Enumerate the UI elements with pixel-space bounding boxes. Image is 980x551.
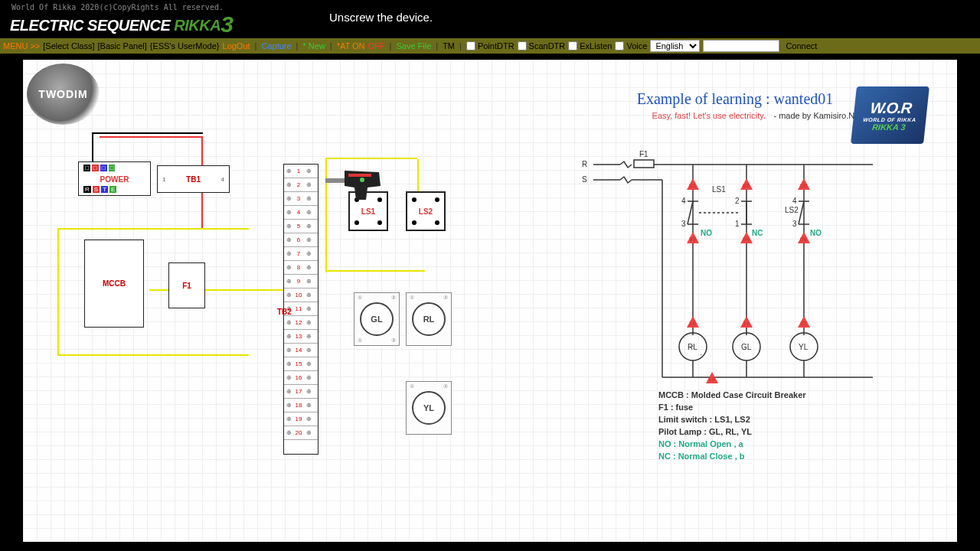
svg-text:11: 11 bbox=[743, 320, 750, 327]
app-title: ELECTRIC SEQUENCE RIKKA3 bbox=[10, 11, 233, 37]
svg-text:05: 05 bbox=[800, 182, 807, 189]
copyright-text: World Of Rikka 2020(c)CopyRights All res… bbox=[11, 3, 224, 11]
svg-line-16 bbox=[688, 201, 693, 224]
menu-prefix: MENU >> bbox=[3, 41, 40, 51]
connect-input[interactable] bbox=[703, 40, 779, 52]
svg-text:2: 2 bbox=[735, 197, 740, 205]
menu-bar: MENU >> [Select Class] [Basic Panel] {ES… bbox=[0, 38, 980, 54]
connect-button[interactable]: Connect bbox=[782, 41, 820, 51]
svg-text:10: 10 bbox=[689, 320, 696, 327]
canvas-area: TWODIM □ □ □ □ POWER R S T E bbox=[0, 54, 980, 551]
svg-text:4: 4 bbox=[681, 197, 686, 205]
schematic-subtitle: Easy, fast! Let's use electricity. bbox=[652, 111, 766, 120]
svg-text:R: R bbox=[582, 160, 587, 168]
svg-text:3: 3 bbox=[792, 220, 797, 228]
svg-text:03: 03 bbox=[689, 236, 696, 243]
svg-text:F1: F1 bbox=[639, 150, 648, 158]
svg-text:LS2: LS2 bbox=[785, 206, 799, 214]
menu-basic-panel[interactable]: [Basic Panel] bbox=[98, 41, 147, 51]
wor-logo: W.O.R WORLD OF RIKKA RIKKA 3 bbox=[851, 86, 929, 144]
svg-text:YL: YL bbox=[799, 343, 808, 351]
menu-off[interactable]: OFF bbox=[368, 41, 385, 51]
drawing-canvas[interactable]: TWODIM □ □ □ □ POWER R S T E bbox=[23, 60, 957, 542]
svg-rect-64 bbox=[325, 178, 345, 183]
svg-text:3: 3 bbox=[681, 220, 686, 228]
svg-text:NO: NO bbox=[701, 229, 712, 237]
comp-mccb[interactable]: MCCB bbox=[84, 240, 144, 328]
svg-point-67 bbox=[360, 178, 364, 182]
lang-select[interactable]: English bbox=[650, 40, 700, 52]
lamp-yl[interactable]: YL bbox=[412, 391, 446, 425]
hint-text: Unscrew the device. bbox=[329, 11, 433, 24]
svg-line-56 bbox=[684, 337, 702, 356]
lamp-gl[interactable]: GL bbox=[360, 302, 394, 336]
chk-voice[interactable]: Voice bbox=[615, 41, 647, 51]
menu-tm[interactable]: TM bbox=[443, 41, 455, 51]
svg-text:S: S bbox=[582, 175, 587, 184]
legend: MCCB : Molded Case Circuit Breaker F1 : … bbox=[658, 389, 806, 462]
chk-exlisten[interactable]: ExListen bbox=[568, 41, 612, 51]
menu-at-on[interactable]: *AT ON bbox=[337, 41, 365, 51]
svg-text:02: 02 bbox=[743, 182, 750, 189]
svg-text:LS1: LS1 bbox=[712, 185, 726, 194]
menu-select-class[interactable]: [Select Class] bbox=[43, 41, 94, 51]
comp-ls1[interactable]: LS1 bbox=[348, 191, 388, 231]
schematic-author: - made by Kamisiro.Nau bbox=[773, 111, 864, 120]
menu-save[interactable]: Save File bbox=[396, 41, 431, 51]
svg-text:01: 01 bbox=[689, 182, 696, 189]
twodim-badge: TWODIM bbox=[27, 64, 100, 125]
svg-text:4: 4 bbox=[792, 197, 797, 205]
svg-text:RL: RL bbox=[688, 343, 697, 351]
svg-text:GL: GL bbox=[741, 343, 752, 351]
app-header: World Of Rikka 2020(c)CopyRights All res… bbox=[0, 0, 980, 38]
menu-new[interactable]: * New bbox=[302, 41, 325, 51]
svg-text:NO: NO bbox=[810, 229, 822, 237]
svg-text:04: 04 bbox=[743, 236, 750, 243]
lamp-rl[interactable]: RL bbox=[412, 302, 446, 336]
svg-rect-5 bbox=[634, 160, 654, 168]
comp-tb1[interactable]: 1 TB1 4 bbox=[157, 165, 230, 193]
svg-text:06: 06 bbox=[800, 236, 807, 243]
svg-text:13: 13 bbox=[708, 376, 715, 383]
svg-text:1: 1 bbox=[735, 220, 740, 228]
chk-pointdtr[interactable]: PointDTR bbox=[466, 41, 514, 51]
menu-capture[interactable]: Capture bbox=[261, 41, 291, 51]
svg-text:12: 12 bbox=[800, 320, 807, 327]
comp-f1[interactable]: F1 bbox=[168, 262, 205, 308]
schematic-diagram: R S F1 LS1 4 3 2 bbox=[574, 148, 896, 385]
svg-line-30 bbox=[799, 201, 804, 224]
svg-rect-66 bbox=[348, 174, 371, 177]
svg-text:NC: NC bbox=[752, 229, 763, 237]
chk-scandtr[interactable]: ScanDTR bbox=[518, 41, 566, 51]
menu-logout[interactable]: LogOut bbox=[223, 41, 250, 51]
comp-ls2[interactable]: LS2 bbox=[406, 191, 446, 231]
comp-power[interactable]: □ □ □ □ POWER R S T E bbox=[78, 161, 151, 196]
menu-user-mode[interactable]: {ESS's UserMode} bbox=[150, 41, 220, 51]
